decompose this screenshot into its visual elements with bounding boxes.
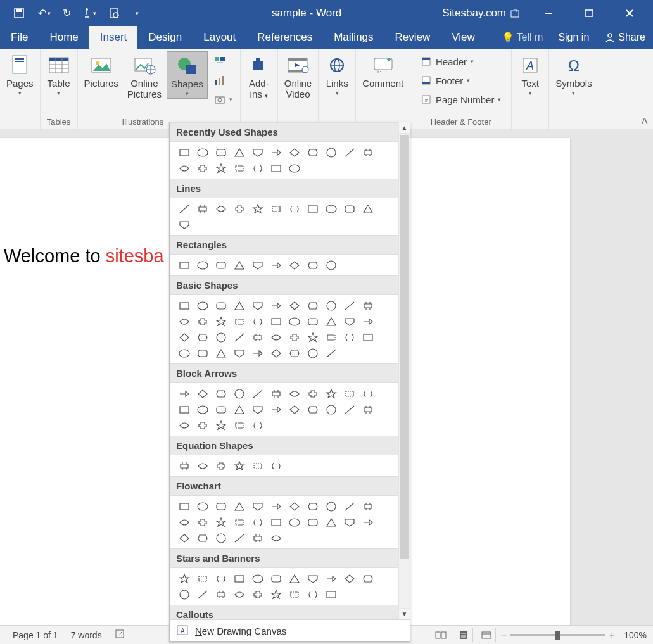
shape-item[interactable] (230, 329, 248, 345)
shape-item[interactable] (285, 298, 303, 313)
redo-button[interactable]: ↻ (57, 1, 76, 26)
shape-item[interactable] (230, 313, 248, 329)
shape-item[interactable] (322, 401, 340, 417)
tell-me-button[interactable]: 💡Tell m (494, 32, 551, 44)
shape-item[interactable] (248, 586, 267, 602)
shape-item[interactable] (285, 386, 303, 401)
shape-item[interactable] (248, 160, 267, 176)
screenshot-button[interactable]: ▾ (210, 91, 236, 108)
shape-item[interactable] (285, 144, 303, 160)
pictures-button[interactable]: Pictures (80, 51, 122, 90)
shape-item[interactable] (340, 201, 358, 217)
shape-item[interactable] (212, 417, 230, 433)
share-button[interactable]: Share (597, 32, 653, 43)
shape-item[interactable] (248, 298, 267, 313)
shape-item[interactable] (267, 386, 285, 401)
shape-item[interactable] (212, 313, 230, 329)
minimize-button[interactable] (536, 1, 561, 25)
shape-item[interactable] (175, 586, 193, 602)
shape-item[interactable] (285, 401, 303, 417)
site-link[interactable]: Sitesbay.com (442, 7, 520, 20)
shape-item[interactable] (358, 144, 377, 160)
shape-item[interactable] (358, 313, 377, 329)
shape-item[interactable] (230, 586, 248, 602)
comment-button[interactable]: Comment (358, 51, 407, 90)
shape-item[interactable] (212, 257, 230, 273)
chart-button[interactable] (210, 72, 236, 89)
shape-item[interactable] (193, 298, 212, 313)
tab-references[interactable]: References (246, 26, 323, 49)
close-button[interactable] (618, 1, 642, 25)
zoom-in-button[interactable]: + (609, 629, 615, 641)
shape-item[interactable] (303, 345, 322, 361)
new-drawing-canvas-button[interactable]: A New Drawing Canvas (170, 619, 410, 641)
shape-item[interactable] (175, 201, 193, 217)
shape-item[interactable] (340, 498, 358, 514)
tab-design[interactable]: Design (137, 26, 193, 49)
shape-item[interactable] (340, 144, 358, 160)
shape-item[interactable] (285, 498, 303, 514)
shape-item[interactable] (175, 160, 193, 176)
shape-item[interactable] (175, 530, 193, 546)
shape-item[interactable] (322, 386, 340, 401)
shapes-scrollbar[interactable]: ▲ ▼ (398, 122, 410, 619)
maximize-button[interactable] (577, 1, 601, 25)
links-button[interactable]: Links ▾ (321, 51, 353, 98)
shape-item[interactable] (322, 586, 340, 602)
shape-item[interactable] (267, 586, 285, 602)
shape-item[interactable] (267, 201, 285, 217)
text-button[interactable]: A Text ▾ (514, 51, 546, 98)
shape-item[interactable] (340, 514, 358, 530)
shape-item[interactable] (303, 586, 322, 602)
shape-item[interactable] (193, 417, 212, 433)
table-button[interactable]: Table ▾ (43, 51, 75, 98)
shape-item[interactable] (230, 160, 248, 176)
shape-item[interactable] (193, 571, 212, 586)
shape-item[interactable] (322, 571, 340, 586)
read-mode-button[interactable] (433, 628, 450, 642)
shape-item[interactable] (340, 401, 358, 417)
shape-item[interactable] (285, 201, 303, 217)
shape-item[interactable] (322, 144, 340, 160)
shape-item[interactable] (303, 386, 322, 401)
shape-item[interactable] (303, 401, 322, 417)
shape-item[interactable] (212, 345, 230, 361)
shape-item[interactable] (248, 530, 267, 546)
shape-item[interactable] (193, 401, 212, 417)
shape-item[interactable] (248, 386, 267, 401)
shape-item[interactable] (267, 313, 285, 329)
shape-item[interactable] (175, 401, 193, 417)
shape-item[interactable] (230, 144, 248, 160)
shape-item[interactable] (248, 401, 267, 417)
spell-check-button[interactable] (108, 629, 132, 641)
tab-home[interactable]: Home (39, 26, 89, 49)
shape-item[interactable] (212, 571, 230, 586)
shape-item[interactable] (267, 514, 285, 530)
shape-item[interactable] (248, 417, 267, 433)
page-number-button[interactable]: #Page Number ▾ (417, 91, 505, 108)
footer-button[interactable]: Footer ▾ (417, 72, 505, 89)
shape-item[interactable] (193, 257, 212, 273)
shape-item[interactable] (267, 571, 285, 586)
shape-item[interactable] (230, 386, 248, 401)
scroll-down-button[interactable]: ▼ (399, 608, 410, 619)
web-layout-button[interactable] (478, 628, 496, 642)
shape-item[interactable] (303, 514, 322, 530)
shape-item[interactable] (230, 345, 248, 361)
print-preview-button[interactable] (101, 1, 127, 26)
shape-item[interactable] (175, 417, 193, 433)
shape-item[interactable] (175, 313, 193, 329)
zoom-out-button[interactable]: − (501, 629, 507, 641)
shape-item[interactable] (175, 514, 193, 530)
shape-item[interactable] (303, 571, 322, 586)
scroll-up-button[interactable]: ▲ (399, 122, 410, 134)
shape-item[interactable] (230, 498, 248, 514)
shape-item[interactable] (212, 386, 230, 401)
online-video-button[interactable]: OnlineVideo (281, 51, 315, 101)
shape-item[interactable] (175, 386, 193, 401)
shape-item[interactable] (212, 514, 230, 530)
scroll-thumb[interactable] (400, 135, 409, 559)
shape-item[interactable] (193, 514, 212, 530)
shape-item[interactable] (267, 144, 285, 160)
shape-item[interactable] (322, 514, 340, 530)
